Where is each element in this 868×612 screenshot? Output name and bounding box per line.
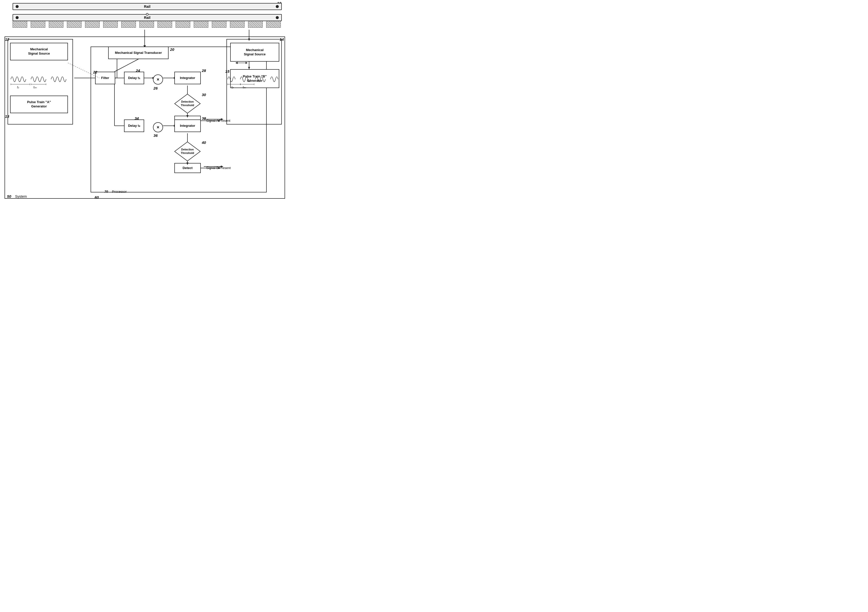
label-40: 40 xyxy=(202,140,206,145)
rail-circle xyxy=(146,13,149,15)
right-mech-signal-label: Mechanical Signal Source xyxy=(244,48,266,57)
label-20: 20 xyxy=(170,47,174,51)
main-diagram: 10 Rail Rail xyxy=(0,0,289,204)
filter-label: Filter xyxy=(101,76,109,80)
label-36: 36 xyxy=(153,133,158,138)
svg-text:Threshold: Threshold xyxy=(181,152,194,155)
integrator2-label: Integrator xyxy=(180,124,195,128)
detection-threshold-1-svg: Detection Threshold xyxy=(174,94,201,114)
label-30: 30 xyxy=(202,93,206,97)
label-26: 26 xyxy=(153,86,158,90)
detect2-block: Detect xyxy=(174,163,201,173)
svg-text:Detection: Detection xyxy=(181,100,194,103)
label-50: 50 xyxy=(7,194,11,198)
system-label: System xyxy=(15,194,27,198)
signal-b-present-label: Signal B Present xyxy=(206,166,231,170)
delay-t2-label: Delay t₂ xyxy=(128,124,140,128)
svg-text:Threshold: Threshold xyxy=(181,104,194,107)
transducer-block: Mechanical Signal Transducer xyxy=(108,46,169,59)
multiplier-2-block: × xyxy=(153,122,163,132)
detection-threshold-1-container: Detection Threshold xyxy=(174,94,201,114)
processor-label: Processor xyxy=(112,190,127,194)
multiplier-1-block: × xyxy=(153,74,163,85)
integrator1-block: Integrator xyxy=(174,72,201,84)
svg-text:t₁: t₁ xyxy=(17,85,19,89)
label-24: 24 xyxy=(136,68,140,73)
right-waveform-svg: t₂ t₀ₙ xyxy=(226,64,279,89)
pulse-train-a-block: Pulse Train "A" Generator xyxy=(10,96,68,113)
right-waveform-area: t₂ t₀ₙ xyxy=(226,64,279,89)
pulse-train-a-label: Pulse Train "A" Generator xyxy=(27,100,51,108)
label-14: 14 xyxy=(279,37,284,42)
left-mech-signal-label: Mechanical Signal Source xyxy=(28,47,50,56)
detect2-label: Detect xyxy=(183,166,193,170)
delay-t1-label: Delay t₁ xyxy=(128,76,140,80)
label-13: 13 xyxy=(5,114,9,118)
svg-text:Detection: Detection xyxy=(181,148,194,151)
label-22: 22 xyxy=(93,70,98,74)
label-60: 60 xyxy=(95,195,99,200)
svg-text:t₂: t₂ xyxy=(231,85,234,89)
label-12: 12 xyxy=(5,37,9,42)
transducer-label: Mechanical Signal Transducer xyxy=(115,51,162,55)
delay-t2-block: Delay t₂ xyxy=(124,119,144,132)
label-38: 38 xyxy=(202,116,206,121)
label-28: 28 xyxy=(202,68,206,73)
integrator2-block: Integrator xyxy=(174,119,201,132)
left-waveform-area: t₁ t₀ₙ xyxy=(9,64,73,89)
multiply1-label: × xyxy=(157,77,160,82)
signal-a-present-label: Signal A Present xyxy=(206,119,230,122)
svg-text:t₀ₙ: t₀ₙ xyxy=(243,85,246,89)
label-34: 34 xyxy=(135,116,139,121)
left-waveform-svg: t₁ t₀ₙ xyxy=(9,64,73,89)
label-70: 70 xyxy=(104,190,108,194)
detection-threshold-2-container: Detection Threshold xyxy=(174,141,201,161)
filter-block: Filter xyxy=(95,72,115,84)
multiply2-label: × xyxy=(157,125,160,130)
rail-bottom: Rail xyxy=(12,14,282,21)
delay-t1-block: Delay t₁ xyxy=(124,72,144,84)
rail-label-bottom: Rail xyxy=(144,15,150,20)
svg-text:t₀ₙ: t₀ₙ xyxy=(34,85,37,89)
detection-threshold-2-svg: Detection Threshold xyxy=(174,141,201,161)
integrator1-label: Integrator xyxy=(180,76,195,80)
right-mech-signal-block: Mechanical Signal Source xyxy=(230,43,279,62)
left-mech-signal-block: Mechanical Signal Source xyxy=(10,43,68,60)
